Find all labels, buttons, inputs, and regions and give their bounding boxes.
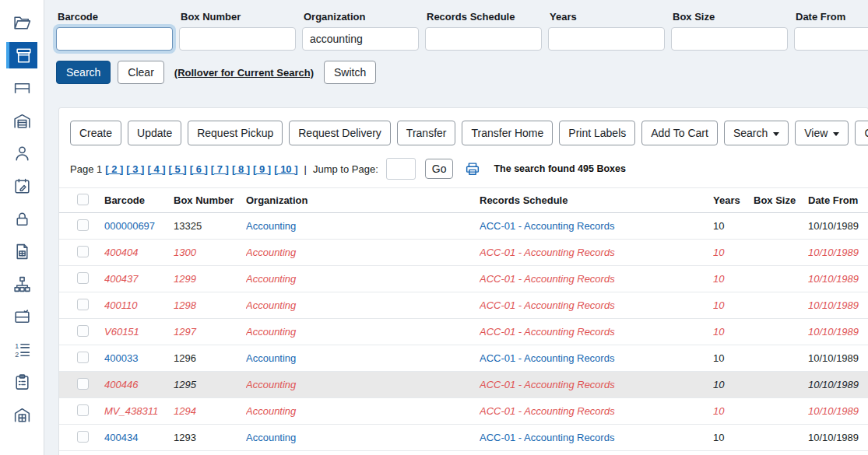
cell-organization[interactable]: Accounting <box>246 352 480 364</box>
years-input[interactable] <box>548 27 665 51</box>
row-checkbox[interactable] <box>77 299 89 310</box>
cell-barcode[interactable]: MV_438311 <box>104 405 174 417</box>
box-size-input[interactable] <box>671 27 788 51</box>
cell-records-schedule[interactable]: ACC-01 - Accounting Records <box>480 405 713 417</box>
cell-organization[interactable]: Accounting <box>246 220 480 232</box>
row-checkbox[interactable] <box>77 246 89 257</box>
cell-records-schedule[interactable]: ACC-01 - Accounting Records <box>480 220 713 232</box>
date-from-input[interactable] <box>794 27 868 51</box>
page-link-5[interactable]: [ 5 ] <box>169 163 187 175</box>
switch-button[interactable]: Switch <box>324 61 376 84</box>
row-checkbox[interactable] <box>77 219 89 231</box>
search-dropdown[interactable]: Search <box>724 121 789 145</box>
sidebar-item-shelf[interactable] <box>6 75 37 101</box>
page-link-4[interactable]: [ 4 ] <box>147 163 165 175</box>
sidebar-item-file-invoice[interactable] <box>6 238 37 264</box>
cell-records-schedule[interactable]: ACC-01 - Accounting Records <box>480 379 713 390</box>
cell-barcode[interactable]: 400446 <box>104 379 174 390</box>
cell-records-schedule[interactable]: ACC-01 - Accounting Records <box>480 273 713 285</box>
column-header-box-number[interactable]: Box Number <box>174 194 246 206</box>
page-link-3[interactable]: [ 3 ] <box>126 163 144 175</box>
organization-input[interactable] <box>302 27 419 51</box>
search-button[interactable]: Search <box>56 61 111 84</box>
cell-organization[interactable]: Accounting <box>246 405 480 417</box>
cell-barcode[interactable]: 400437 <box>104 273 174 285</box>
cell-records-schedule[interactable]: ACC-01 - Accounting Records <box>480 326 713 338</box>
row-checkbox[interactable] <box>77 378 89 390</box>
sidebar-item-folder-open[interactable] <box>6 9 37 36</box>
row-checkbox[interactable] <box>77 352 89 363</box>
barcode-input[interactable] <box>56 27 173 51</box>
jump-to-page-input[interactable] <box>386 158 416 180</box>
column-header-date-from[interactable]: Date From <box>808 194 868 206</box>
add-to-cart-button[interactable]: Add To Cart <box>641 121 718 145</box>
cell-box-number: 1293 <box>174 432 246 443</box>
go-button[interactable]: Go <box>425 159 454 179</box>
page-link-10[interactable]: [ 10 ] <box>274 163 297 175</box>
cell-records-schedule[interactable]: ACC-01 - Accounting Records <box>480 299 713 311</box>
sidebar-item-window-check[interactable] <box>6 303 37 330</box>
cell-years: 10 <box>713 220 754 232</box>
page-link-2[interactable]: [ 2 ] <box>105 163 123 175</box>
view-dropdown[interactable]: View <box>795 121 849 145</box>
change-dropdown[interactable]: Change <box>855 121 868 145</box>
select-all-checkbox[interactable] <box>77 194 89 205</box>
sidebar-item-storage-box[interactable] <box>6 42 37 68</box>
page-link-6[interactable]: [ 6 ] <box>190 163 208 175</box>
cell-organization[interactable]: Accounting <box>246 432 480 443</box>
table-row: 4000331296AccountingACC-01 - Accounting … <box>59 345 868 372</box>
sidebar-item-clipboard-list[interactable] <box>6 369 37 395</box>
sidebar-item-warehouse[interactable] <box>6 107 37 134</box>
page-link-7[interactable]: [ 7 ] <box>211 163 229 175</box>
cell-organization[interactable]: Accounting <box>246 299 480 311</box>
cell-barcode[interactable]: 000000697 <box>104 220 174 232</box>
column-header-years[interactable]: Years <box>713 194 754 206</box>
records-schedule-input[interactable] <box>425 27 542 51</box>
cell-organization[interactable]: Accounting <box>246 379 480 390</box>
cell-barcode[interactable]: 400110 <box>104 299 174 311</box>
clear-button[interactable]: Clear <box>118 61 163 84</box>
button-label: View <box>804 127 828 139</box>
cell-records-schedule[interactable]: ACC-01 - Accounting Records <box>480 352 713 364</box>
row-checkbox[interactable] <box>77 404 89 416</box>
cell-barcode[interactable]: 400404 <box>104 247 174 258</box>
rollover-current-search-link[interactable]: (Rollover for Current Search) <box>174 67 314 79</box>
column-header-barcode[interactable]: Barcode <box>104 194 174 206</box>
cell-organization[interactable]: Accounting <box>246 273 480 285</box>
cell-barcode[interactable]: 400033 <box>104 352 174 364</box>
row-checkbox-cell <box>59 272 104 286</box>
column-header-box-size[interactable]: Box Size <box>754 194 808 206</box>
request-pickup-button[interactable]: Request Pickup <box>188 121 283 145</box>
cell-organization[interactable]: Accounting <box>246 247 480 258</box>
cell-barcode[interactable]: V60151 <box>104 326 174 338</box>
sidebar-item-user[interactable] <box>6 140 37 166</box>
sidebar-item-calendar-edit[interactable] <box>6 173 37 199</box>
sidebar-item-sitemap[interactable] <box>6 271 37 297</box>
transfer-button[interactable]: Transfer <box>397 121 456 145</box>
column-header-organization[interactable]: Organization <box>246 194 480 206</box>
cell-date-from: 10/10/1989 <box>808 326 868 338</box>
sidebar-item-lock[interactable] <box>6 205 37 232</box>
column-header-records-schedule[interactable]: Records Schedule <box>480 194 713 206</box>
cell-barcode[interactable]: 400434 <box>104 432 174 443</box>
row-checkbox[interactable] <box>77 272 89 284</box>
row-checkbox[interactable] <box>77 325 89 337</box>
update-button[interactable]: Update <box>128 121 181 145</box>
table-row: 4001101298AccountingACC-01 - Accounting … <box>59 292 868 319</box>
row-checkbox[interactable] <box>77 431 89 443</box>
sidebar-item-warehouse-box[interactable] <box>6 401 37 428</box>
cell-organization[interactable]: Accounting <box>246 326 480 338</box>
request-delivery-button[interactable]: Request Delivery <box>289 121 391 145</box>
sidebar-item-numbered-list[interactable]: 12 <box>6 336 37 362</box>
create-button[interactable]: Create <box>70 121 121 145</box>
search-panel: BarcodeBox NumberOrganizationRecords Sch… <box>56 9 868 84</box>
print-labels-button[interactable]: Print Labels <box>559 121 635 145</box>
page-link-8[interactable]: [ 8 ] <box>232 163 250 175</box>
row-checkbox-cell <box>59 404 104 418</box>
cell-records-schedule[interactable]: ACC-01 - Accounting Records <box>480 247 713 258</box>
transfer-home-button[interactable]: Transfer Home <box>462 121 553 145</box>
page-link-9[interactable]: [ 9 ] <box>253 163 271 175</box>
box-number-input[interactable] <box>179 27 296 51</box>
printer-icon[interactable] <box>464 160 481 177</box>
cell-records-schedule[interactable]: ACC-01 - Accounting Records <box>480 432 713 443</box>
